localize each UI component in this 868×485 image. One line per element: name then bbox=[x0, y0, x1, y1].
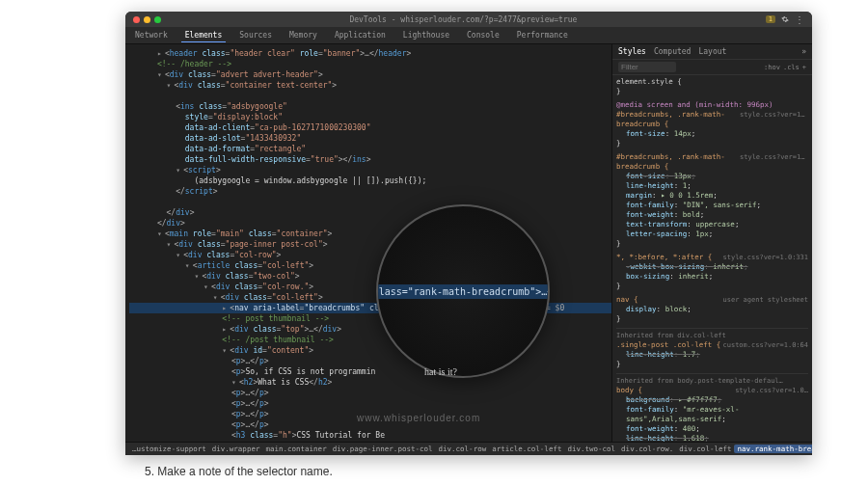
css-property[interactable]: line-height: 1.618; bbox=[616, 434, 808, 442]
devtools-window: DevTools - whisperlouder.com/?p=2477&pre… bbox=[125, 12, 812, 455]
styles-filter-row: :hov.cls+ bbox=[612, 60, 812, 75]
styles-toggle[interactable]: .cls bbox=[783, 64, 800, 71]
css-source-link[interactable]: style.css?ver=1.0… bbox=[735, 386, 808, 395]
tab-lighthouse[interactable]: Lighthouse bbox=[399, 29, 453, 41]
dom-line[interactable]: <!-- /header --> bbox=[129, 59, 611, 69]
close-window-icon[interactable] bbox=[133, 16, 140, 23]
css-property[interactable]: box-sizing: inherit; bbox=[616, 272, 808, 282]
tab-performance[interactable]: Performance bbox=[513, 29, 572, 41]
tab-elements[interactable]: Elements bbox=[181, 29, 227, 42]
dom-line[interactable]: (adsbygoogle = window.adsbygoogle || [])… bbox=[129, 175, 611, 186]
media-query: @media screen and (min-width: 996px) bbox=[616, 100, 808, 110]
dom-line[interactable]: data-full-width-responsive="true"></ins> bbox=[129, 154, 611, 165]
css-property[interactable]: letter-spacing: 1px; bbox=[616, 229, 808, 239]
inherited-from-label: Inherited from body.post-template-defaul… bbox=[616, 373, 808, 386]
css-property[interactable]: line-height: 1; bbox=[616, 181, 808, 191]
css-property[interactable]: font-family: "DIN", sans-serif; bbox=[616, 201, 808, 210]
css-property[interactable]: -webkit-box-sizing: inherit; bbox=[616, 262, 808, 272]
css-source-link[interactable]: style.css?ver=1.0:331 bbox=[722, 253, 808, 262]
css-property[interactable]: font-weight: 400; bbox=[616, 424, 808, 434]
css-source-link[interactable]: custom.css?ver=1.0:64 bbox=[722, 340, 808, 350]
dom-line[interactable]: <p>…</p> bbox=[129, 398, 611, 409]
css-selector[interactable]: #breadcrumbs, .rank-math-breadcrumb { bbox=[616, 152, 740, 172]
css-property[interactable]: line-height: 1.7; bbox=[616, 350, 808, 360]
css-selector[interactable]: body { bbox=[616, 386, 642, 395]
css-property[interactable]: display: block; bbox=[616, 305, 808, 314]
css-selector[interactable]: .single-post .col-left { bbox=[616, 340, 720, 350]
styles-subtab-computed[interactable]: Computed bbox=[654, 47, 692, 56]
dom-line[interactable]: ▾<script> bbox=[129, 165, 611, 175]
breadcrumb-item[interactable]: nav.rank-math-breadcrumb bbox=[734, 445, 812, 453]
warning-badge[interactable]: 1 bbox=[766, 15, 775, 23]
dom-line[interactable]: <ins class="adsbygoogle" bbox=[129, 101, 611, 112]
css-property[interactable]: margin: ▸ 0 0 1.5rem; bbox=[616, 191, 808, 201]
dom-line[interactable]: ▾<h2>What is CSS</h2> bbox=[129, 377, 611, 388]
breadcrumb-item[interactable]: …ustomize-support bbox=[129, 445, 209, 453]
dom-line[interactable]: data-ad-format="rectangle" bbox=[129, 144, 611, 154]
breadcrumb-item[interactable]: div.col-row. bbox=[618, 445, 676, 453]
dom-line[interactable]: <p>So, if CSS is not programmin bbox=[129, 366, 611, 377]
watermark: www.whisperlouder.com bbox=[357, 413, 480, 423]
css-selector[interactable]: *, *:before, *:after { bbox=[616, 253, 712, 262]
css-property[interactable]: text-transform: uppercase; bbox=[616, 220, 808, 229]
tab-console[interactable]: Console bbox=[463, 29, 503, 41]
css-source-link[interactable]: user agent stylesheet bbox=[722, 295, 808, 305]
breadcrumb-item[interactable]: article.col-left bbox=[489, 445, 564, 453]
dom-line[interactable] bbox=[129, 197, 611, 207]
dom-line[interactable]: <p>…</p> bbox=[129, 441, 611, 442]
css-property[interactable]: background: ▸ #f7f7f7; bbox=[616, 395, 808, 405]
tab-sources[interactable]: Sources bbox=[235, 29, 276, 41]
gear-icon[interactable] bbox=[781, 15, 789, 23]
css-property[interactable]: font-size: 13px; bbox=[616, 172, 808, 181]
styles-subtab-layout[interactable]: Layout bbox=[698, 47, 726, 56]
dom-line[interactable]: style="display:block" bbox=[129, 112, 611, 122]
dom-line[interactable]: <p>…</p> bbox=[129, 388, 611, 398]
dom-line[interactable]: ▾<div class="container text-center"> bbox=[129, 80, 611, 91]
tab-memory[interactable]: Memory bbox=[285, 29, 321, 41]
maximize-window-icon[interactable] bbox=[154, 16, 161, 23]
css-source-link[interactable]: style.css?ver=1.0:3255 bbox=[740, 152, 808, 172]
css-selector[interactable]: nav { bbox=[616, 295, 638, 305]
dom-line[interactable]: <p>…</p> bbox=[129, 356, 611, 366]
magnifier-peek-text: hat is it? bbox=[424, 366, 457, 377]
dom-line[interactable]: ▾<div class="page-inner post-col"> bbox=[129, 239, 611, 250]
more-menu-icon[interactable]: ⋮ bbox=[795, 14, 804, 25]
element-style[interactable]: element.style { bbox=[616, 77, 808, 87]
breadcrumb-item[interactable]: div.two-col bbox=[564, 445, 618, 453]
dom-line[interactable]: </script> bbox=[129, 186, 611, 197]
styles-subtab-styles[interactable]: Styles bbox=[618, 47, 646, 56]
elements-dom-tree[interactable]: ▸<header class="header clear" role="bann… bbox=[125, 44, 611, 442]
css-property[interactable]: font-size: 14px; bbox=[616, 129, 808, 139]
styles-panel: StylesComputedLayout» :hov.cls+ element.… bbox=[611, 44, 812, 442]
minimize-window-icon[interactable] bbox=[144, 16, 150, 23]
dom-line[interactable]: <!-- /post thumbnail --> bbox=[129, 335, 611, 345]
dom-line[interactable]: data-ad-slot="1433430932" bbox=[129, 133, 611, 144]
styles-filter-input[interactable] bbox=[618, 62, 676, 72]
dom-line[interactable]: ▾<div class="advert advert-header"> bbox=[129, 69, 611, 80]
dom-line[interactable] bbox=[129, 91, 611, 101]
titlebar: DevTools - whisperlouder.com/?p=2477&pre… bbox=[125, 12, 812, 27]
css-property[interactable]: font-family: "mr-eaves-xl-sans",Arial,sa… bbox=[616, 405, 808, 424]
breadcrumb-item[interactable]: div.col-left bbox=[676, 445, 734, 453]
dom-line[interactable]: ▾<main role="main" class="container"> bbox=[129, 229, 611, 239]
tab-network[interactable]: Network bbox=[131, 29, 172, 41]
styles-rules[interactable]: element.style {}@media screen and (min-w… bbox=[612, 75, 812, 442]
dom-breadcrumb[interactable]: …ustomize-supportdiv.wrappermain.contain… bbox=[125, 442, 812, 455]
css-property[interactable]: font-weight: bold; bbox=[616, 210, 808, 220]
dom-line[interactable]: data-ad-client="ca-pub-1627171000230300" bbox=[129, 122, 611, 133]
styles-toggle[interactable]: :hov bbox=[764, 64, 780, 71]
css-source-link[interactable]: style.css?ver=1.0:3265 bbox=[740, 110, 808, 129]
dom-line[interactable]: ▸<header class="header clear" role="bann… bbox=[129, 48, 611, 59]
breadcrumb-item[interactable]: main.container bbox=[262, 445, 329, 453]
breadcrumb-item[interactable]: div.wrapper bbox=[209, 445, 263, 453]
dom-line[interactable]: </div> bbox=[129, 207, 611, 218]
styles-toggle[interactable]: + bbox=[802, 64, 806, 71]
breadcrumb-item[interactable]: div.page-inner.post-col bbox=[330, 445, 436, 453]
dom-line[interactable]: </div> bbox=[129, 218, 611, 229]
dom-line[interactable]: ▾<div id="content"> bbox=[129, 345, 611, 356]
breadcrumb-item[interactable]: div.col-row bbox=[436, 445, 490, 453]
dom-line[interactable]: <h3 class="h">CSS Tutorial for Be bbox=[129, 430, 611, 441]
styles-more-icon[interactable]: » bbox=[801, 47, 806, 56]
tab-application[interactable]: Application bbox=[331, 29, 390, 41]
css-selector[interactable]: #breadcrumbs, .rank-math-breadcrumb { bbox=[616, 110, 740, 129]
